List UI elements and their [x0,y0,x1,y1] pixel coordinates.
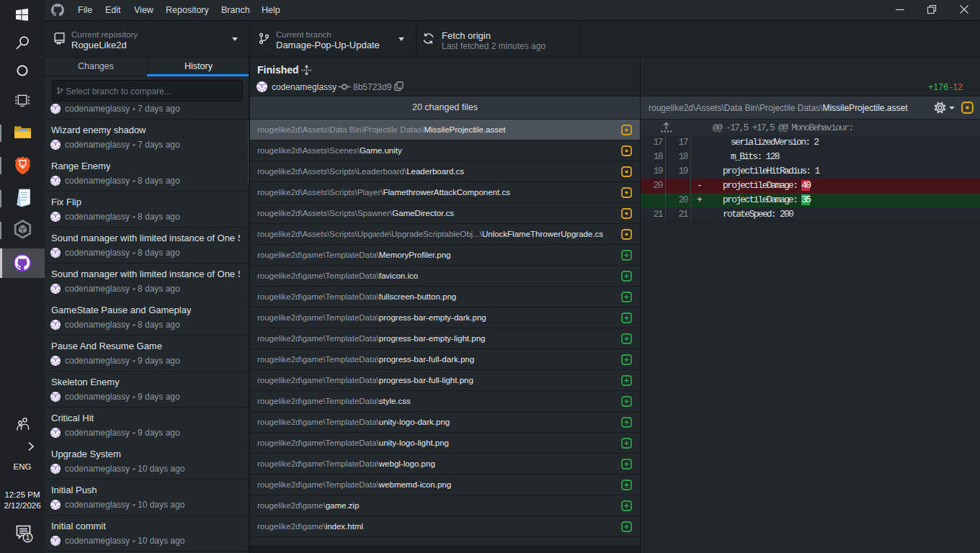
svg-text:1: 1 [26,533,30,541]
